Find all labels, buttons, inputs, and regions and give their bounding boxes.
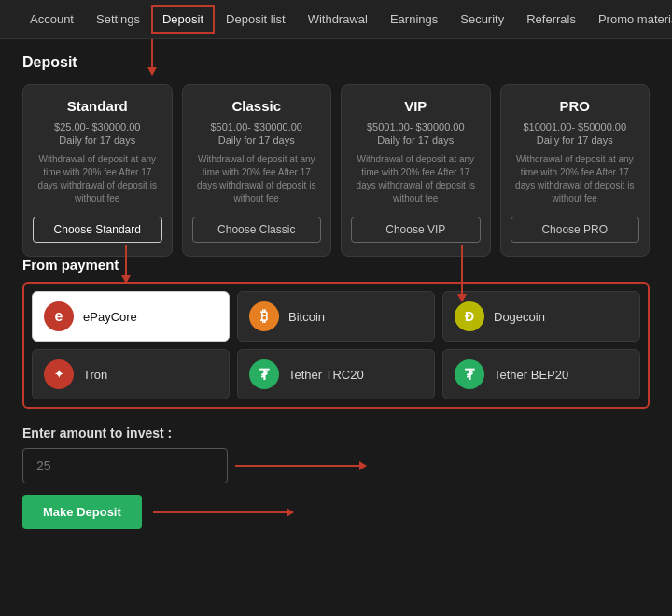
choose-vip-button[interactable]: Choose VIP <box>351 217 481 243</box>
payment-tether-trc20[interactable]: ₮ Tether TRC20 <box>237 349 435 399</box>
plan-desc-vip: Withdrawal of deposit at any time with 2… <box>351 153 481 205</box>
amount-input-wrapper <box>22 448 650 483</box>
payment-grid: e ePayCore ₿ Bitcoin Ð Dogecoin ✦ Tron ₮ <box>32 291 640 399</box>
tether-bep20-label: Tether BEP20 <box>494 368 568 382</box>
plan-range-pro: $10001.00- $50000.00 <box>523 121 626 133</box>
payment-bitcoin[interactable]: ₿ Bitcoin <box>237 291 435 342</box>
bitcoin-label: Bitcoin <box>288 310 325 324</box>
amount-input[interactable] <box>22 448 228 483</box>
payment-title: From payment <box>22 257 650 273</box>
plan-range-classic: $501.00- $30000.00 <box>211 121 302 133</box>
plans-grid: Standard $25.00- $30000.00 Daily for 17 … <box>22 84 650 257</box>
epaycore-icon: e <box>44 301 74 331</box>
nav-item-deposit[interactable]: Deposit <box>151 5 215 34</box>
choose-standard-button[interactable]: Choose Standard <box>33 217 162 243</box>
plan-name-vip: VIP <box>404 98 427 114</box>
navbar: Account Settings Deposit Deposit list Wi… <box>0 0 672 39</box>
plan-duration-classic: Daily for 17 days <box>218 134 295 146</box>
payment-dogecoin[interactable]: Ð Dogecoin <box>442 291 640 342</box>
nav-item-security[interactable]: Security <box>449 3 515 35</box>
choose-classic-button[interactable]: Choose Classic <box>192 217 322 243</box>
tron-icon: ✦ <box>44 359 74 389</box>
plan-name-pro: PRO <box>559 98 590 114</box>
nav-item-account[interactable]: Account <box>19 3 85 35</box>
plan-card-classic: Classic $501.00- $30000.00 Daily for 17 … <box>182 84 332 257</box>
choose-pro-button[interactable]: Choose PRO <box>511 217 640 243</box>
plan-card-standard: Standard $25.00- $30000.00 Daily for 17 … <box>22 84 173 257</box>
plan-range-vip: $5001.00- $30000.00 <box>367 121 465 133</box>
main-content: Deposit Standard $25.00- $30000.00 Daily… <box>0 39 672 544</box>
dogecoin-label: Dogecoin <box>494 310 545 324</box>
make-deposit-button[interactable]: Make Deposit <box>22 495 142 529</box>
epaycore-label: ePayCore <box>83 310 137 324</box>
plan-duration-pro: Daily for 17 days <box>537 134 613 146</box>
plan-desc-classic: Withdrawal of deposit at any time with 2… <box>192 153 322 205</box>
plan-name-classic: Classic <box>231 98 281 114</box>
nav-item-referrals[interactable]: Referrals <box>515 3 587 35</box>
bitcoin-icon: ₿ <box>249 301 279 331</box>
nav-item-earnings[interactable]: Earnings <box>379 3 449 35</box>
amount-label: Enter amount to invest : <box>22 426 650 441</box>
tron-label: Tron <box>83 368 107 382</box>
payment-epaycore[interactable]: e ePayCore <box>32 291 230 342</box>
tether-bep20-icon: ₮ <box>455 359 484 389</box>
plan-card-vip: VIP $5001.00- $30000.00 Daily for 17 day… <box>341 84 491 257</box>
nav-item-deposit-list[interactable]: Deposit list <box>215 3 297 35</box>
plan-duration-vip: Daily for 17 days <box>377 134 454 146</box>
payment-tron[interactable]: ✦ Tron <box>32 349 230 399</box>
plan-desc-pro: Withdrawal of deposit at any time with 2… <box>511 153 640 205</box>
nav-item-withdrawal[interactable]: Withdrawal <box>297 3 379 35</box>
tether-trc20-icon: ₮ <box>249 359 279 389</box>
plan-desc-standard: Withdrawal of deposit at any time with 2… <box>33 153 162 205</box>
plan-range-standard: $25.00- $30000.00 <box>54 121 140 133</box>
nav-item-promo[interactable]: Promo materials <box>587 3 672 35</box>
plan-card-pro: PRO $10001.00- $50000.00 Daily for 17 da… <box>500 84 651 257</box>
payment-tether-bep20[interactable]: ₮ Tether BEP20 <box>442 349 640 399</box>
plan-duration-standard: Daily for 17 days <box>59 134 135 146</box>
dogecoin-icon: Ð <box>455 301 484 331</box>
deposit-title: Deposit <box>22 54 650 71</box>
payment-methods-wrapper: e ePayCore ₿ Bitcoin Ð Dogecoin ✦ Tron ₮ <box>22 282 650 409</box>
tether-trc20-label: Tether TRC20 <box>288 368 364 382</box>
nav-item-settings[interactable]: Settings <box>85 3 151 35</box>
plan-name-standard: Standard <box>67 98 128 114</box>
